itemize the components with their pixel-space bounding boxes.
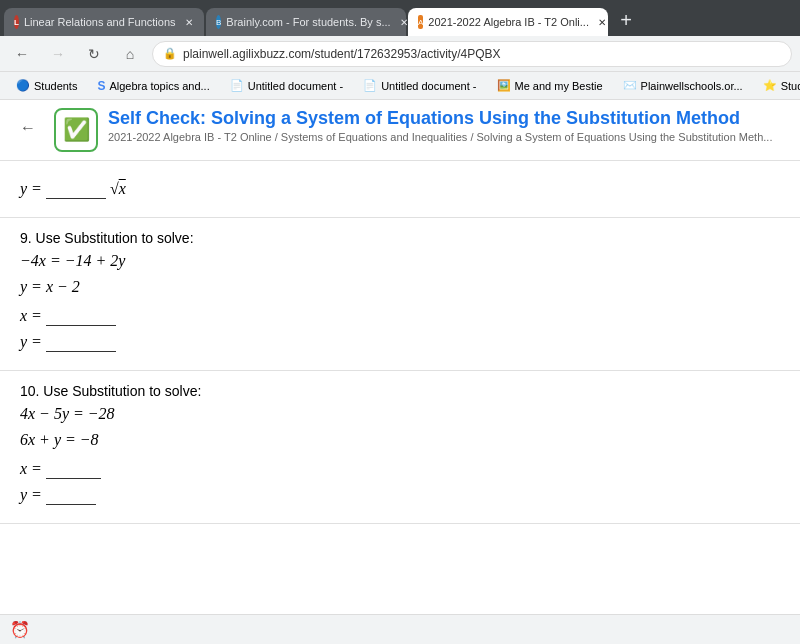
tab-favicon-brainly: B <box>216 15 221 29</box>
tab-label-brainly: Brainly.com - For students. By s... <box>226 16 390 28</box>
checkmark-icon: ✅ <box>63 117 90 143</box>
tab-favicon-algebra: A <box>418 15 423 29</box>
bookmark-favicon-untitled1: 📄 <box>230 79 244 92</box>
url-bar[interactable]: 🔒 plainwell.agilixbuzz.com/student/17263… <box>152 41 792 67</box>
bookmark-label-students: Students <box>34 80 77 92</box>
section-9-x-label: x = <box>20 307 42 325</box>
tab-algebra[interactable]: A 2021-2022 Algebra IB - T2 Onli... ✕ <box>408 8 608 36</box>
bookmark-favicon-bestie: 🖼️ <box>497 79 511 92</box>
section-10-y-label: y = <box>20 486 42 504</box>
section-9: 9. Use Substitution to solve: −4x = −14 … <box>0 218 800 371</box>
refresh-button[interactable]: ↻ <box>80 40 108 68</box>
sqrt-symbol: √x <box>110 180 126 198</box>
section-10-y-input[interactable] <box>46 485 96 505</box>
bookmark-favicon-algebra: S <box>97 79 105 93</box>
main-content: y = √x 9. Use Substitution to solve: −4x… <box>0 161 800 635</box>
bookmark-favicon-student-a: ⭐ <box>763 79 777 92</box>
address-bar: ← → ↻ ⌂ 🔒 plainwell.agilixbuzz.com/stude… <box>0 36 800 72</box>
section-9-eq1: −4x = −14 + 2y <box>20 252 780 270</box>
home-button[interactable]: ⌂ <box>116 40 144 68</box>
bookmarks-bar: 🔵 Students S Algebra topics and... 📄 Unt… <box>0 72 800 100</box>
top-equation-row: y = √x <box>20 179 780 199</box>
page-breadcrumb: 2021-2022 Algebra IB - T2 Online / Syste… <box>108 131 788 143</box>
url-text: plainwell.agilixbuzz.com/student/1726329… <box>183 47 501 61</box>
section-top: y = √x <box>0 161 800 218</box>
bookmark-student-a[interactable]: ⭐ Student A <box>755 77 800 94</box>
section-9-y-input[interactable] <box>46 332 116 352</box>
section-10-number: 10. <box>20 383 39 399</box>
top-y-label: y = <box>20 180 42 198</box>
bookmark-untitled2[interactable]: 📄 Untitled document - <box>355 77 484 94</box>
section-9-answer-x: x = <box>20 306 780 326</box>
page-back-button[interactable]: ← <box>12 112 44 144</box>
tab-bar: L Linear Relations and Functions ✕ B Bra… <box>0 0 800 36</box>
activity-icon: ✅ <box>54 108 98 152</box>
bookmark-label-bestie: Me and my Bestie <box>515 80 603 92</box>
bookmark-label-student-a: Student A <box>781 80 800 92</box>
section-10-header: 10. Use Substitution to solve: <box>20 383 780 399</box>
tab-label-linear: Linear Relations and Functions <box>24 16 176 28</box>
tab-close-algebra[interactable]: ✕ <box>594 14 610 30</box>
bookmark-favicon-untitled2: 📄 <box>363 79 377 92</box>
tab-brainly[interactable]: B Brainly.com - For students. By s... ✕ <box>206 8 406 36</box>
bookmark-algebra[interactable]: S Algebra topics and... <box>89 77 217 95</box>
bottom-bar: ⏰ <box>0 614 800 644</box>
section-10-eq2: 6x + y = −8 <box>20 431 780 449</box>
forward-button[interactable]: → <box>44 40 72 68</box>
page-title: Self Check: Solving a System of Equation… <box>108 108 788 129</box>
new-tab-button[interactable]: + <box>612 6 640 34</box>
bookmark-label-untitled1: Untitled document - <box>248 80 343 92</box>
section-9-x-input[interactable] <box>46 306 116 326</box>
bookmark-label-plainwell: Plainwellschools.or... <box>641 80 743 92</box>
section-9-y-label: y = <box>20 333 42 351</box>
page-header: ← ✅ Self Check: Solving a System of Equa… <box>0 100 800 161</box>
section-9-answer-y: y = <box>20 332 780 352</box>
back-button[interactable]: ← <box>8 40 36 68</box>
tab-label-algebra: 2021-2022 Algebra IB - T2 Onli... <box>428 16 589 28</box>
bookmark-favicon-students: 🔵 <box>16 79 30 92</box>
section-10: 10. Use Substitution to solve: 4x − 5y =… <box>0 371 800 524</box>
tab-close-linear[interactable]: ✕ <box>181 14 197 30</box>
tab-favicon-linear: L <box>14 15 19 29</box>
section-10-instruction: Use Substitution to solve: <box>43 383 201 399</box>
bookmark-untitled1[interactable]: 📄 Untitled document - <box>222 77 351 94</box>
section-10-eq1: 4x − 5y = −28 <box>20 405 780 423</box>
section-9-eq2: y = x − 2 <box>20 278 780 296</box>
tab-linear-relations[interactable]: L Linear Relations and Functions ✕ <box>4 8 204 36</box>
section-9-number: 9. <box>20 230 32 246</box>
section-10-answer-y: y = <box>20 485 780 505</box>
clock-icon: ⏰ <box>10 620 30 639</box>
bookmark-favicon-plainwell: ✉️ <box>623 79 637 92</box>
bookmark-label-algebra: Algebra topics and... <box>109 80 209 92</box>
section-10-x-input[interactable] <box>46 459 101 479</box>
bookmark-students[interactable]: 🔵 Students <box>8 77 85 94</box>
bookmark-plainwell[interactable]: ✉️ Plainwellschools.or... <box>615 77 751 94</box>
section-10-x-label: x = <box>20 460 42 478</box>
section-10-answer-x: x = <box>20 459 780 479</box>
section-9-instruction: Use Substitution to solve: <box>36 230 194 246</box>
bookmark-bestie[interactable]: 🖼️ Me and my Bestie <box>489 77 611 94</box>
bookmark-label-untitled2: Untitled document - <box>381 80 476 92</box>
top-answer-line[interactable] <box>46 179 106 199</box>
section-9-header: 9. Use Substitution to solve: <box>20 230 780 246</box>
header-text-block: Self Check: Solving a System of Equation… <box>108 108 788 143</box>
lock-icon: 🔒 <box>163 47 177 60</box>
